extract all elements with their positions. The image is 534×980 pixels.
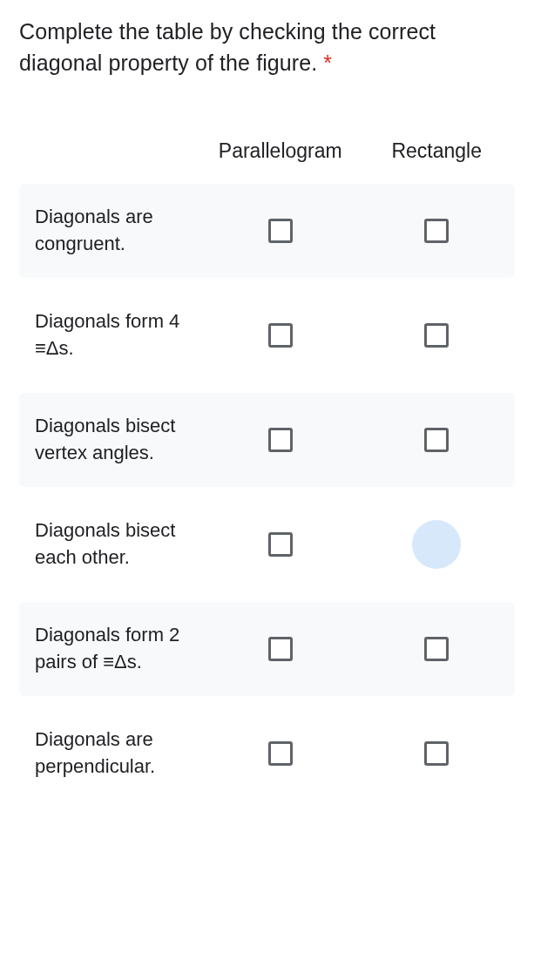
checkbox-cell bbox=[359, 532, 516, 557]
question-text: Complete the table by checking the corre… bbox=[19, 19, 436, 75]
checkbox-r4-c1[interactable] bbox=[268, 532, 293, 557]
checkbox-cell bbox=[202, 532, 359, 557]
checkbox-grid: Parallelogram Rectangle Diagonals are co… bbox=[19, 127, 515, 801]
row-label: Diagonals are congruent. bbox=[35, 204, 202, 258]
checkbox-r6-c1[interactable] bbox=[268, 741, 293, 766]
checkbox-r5-c2[interactable] bbox=[424, 637, 449, 661]
checkbox-cell bbox=[202, 637, 359, 661]
row-label: Diagonals form 2 pairs of ≡Δs. bbox=[35, 622, 202, 676]
checkbox-cell bbox=[359, 323, 516, 348]
checkbox-r5-c1[interactable] bbox=[268, 637, 293, 661]
column-header-rectangle: Rectangle bbox=[359, 139, 516, 163]
checkbox-cell bbox=[359, 637, 516, 661]
checkbox-cell bbox=[359, 741, 516, 766]
checkbox-r6-c2[interactable] bbox=[424, 741, 449, 766]
table-row: Diagonals bisect vertex angles. bbox=[19, 393, 515, 487]
table-row: Diagonals are congruent. bbox=[19, 184, 515, 278]
checkbox-r2-c1[interactable] bbox=[268, 323, 293, 348]
grid-header-row: Parallelogram Rectangle bbox=[19, 127, 515, 175]
row-label: Diagonals are perpendicular. bbox=[35, 727, 202, 781]
table-row: Diagonals form 4 ≡Δs. bbox=[19, 288, 515, 382]
row-label: Diagonals form 4 ≡Δs. bbox=[35, 308, 202, 362]
required-asterisk: * bbox=[323, 51, 332, 75]
checkbox-r1-c2[interactable] bbox=[424, 219, 449, 243]
checkbox-r2-c2[interactable] bbox=[424, 323, 449, 348]
checkbox-r3-c2[interactable] bbox=[424, 428, 449, 452]
row-label: Diagonals bisect vertex angles. bbox=[35, 413, 202, 467]
checkbox-r3-c1[interactable] bbox=[268, 428, 293, 452]
column-header-parallelogram: Parallelogram bbox=[202, 139, 359, 163]
checkbox-cell bbox=[359, 219, 516, 243]
table-row: Diagonals bisect each other. bbox=[19, 497, 515, 591]
table-row: Diagonals form 2 pairs of ≡Δs. bbox=[19, 602, 515, 696]
checkbox-cell bbox=[202, 219, 359, 243]
checkbox-r1-c1[interactable] bbox=[268, 219, 293, 243]
checkbox-cell bbox=[359, 428, 516, 452]
checkbox-r4-c2[interactable] bbox=[424, 532, 449, 557]
checkbox-cell bbox=[202, 741, 359, 766]
row-label: Diagonals bisect each other. bbox=[35, 517, 202, 571]
checkbox-cell bbox=[202, 428, 359, 452]
question-title: Complete the table by checking the corre… bbox=[19, 16, 515, 79]
checkbox-cell bbox=[202, 323, 359, 348]
table-row: Diagonals are perpendicular. bbox=[19, 706, 515, 801]
